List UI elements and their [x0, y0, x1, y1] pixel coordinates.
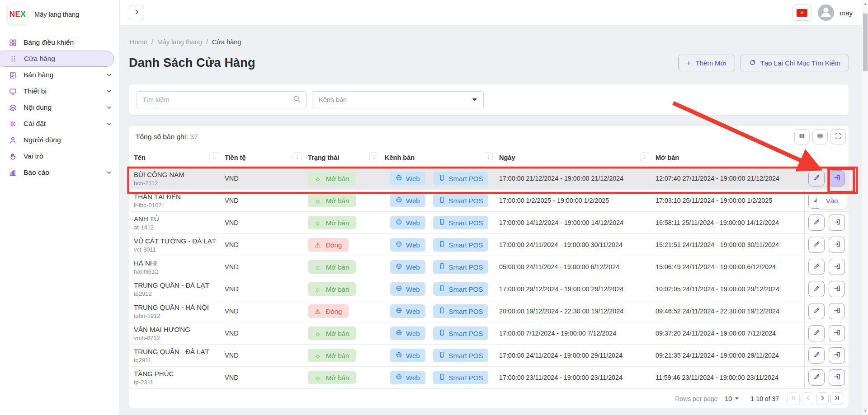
table-row[interactable]: ANH TÚ at-1412 VND ☼ Mở bán Web Smart PO…: [129, 212, 849, 234]
content: Home/Mây lang thang/Cửa hàng Danh Sách C…: [120, 26, 868, 415]
enter-store-button[interactable]: [829, 237, 845, 253]
edit-button[interactable]: [808, 347, 825, 364]
scroll-up-icon[interactable]: ▲: [862, 2, 868, 6]
status-badge: ⚠ Đóng: [308, 304, 349, 318]
pencil-icon: [813, 373, 821, 382]
previous-page-button[interactable]: [802, 392, 814, 405]
sidebar-item-content[interactable]: Nội dung: [0, 99, 119, 116]
table-row[interactable]: VŨ CÁT TƯỜNG - ĐÀ LẠT vct-3011 VND ⚠ Đón…: [129, 234, 849, 256]
channel-select[interactable]: Kênh bán: [312, 91, 484, 108]
add-new-button[interactable]: + Thêm Mới: [678, 55, 735, 71]
column-drag-handle-icon[interactable]: ⋮: [209, 152, 218, 163]
channel-badge-web: Web: [390, 371, 425, 384]
smartphone-icon: [439, 219, 445, 227]
rows-per-page-select[interactable]: 10: [725, 395, 739, 402]
last-page-button[interactable]: [830, 392, 843, 405]
store-date-range: 05:00:00 24/11/2024 - 19:00:00 6/12/2024: [499, 263, 656, 270]
enter-icon: [833, 284, 841, 294]
column-drag-handle-icon[interactable]: ⋮: [640, 152, 649, 163]
store-name: TĂNG PHÚC: [134, 370, 225, 378]
user-icon: [818, 5, 834, 21]
store-currency: VND: [225, 263, 308, 270]
chevron-down-icon: [106, 121, 112, 127]
list-view-button[interactable]: [812, 129, 828, 145]
enter-store-button[interactable]: [829, 281, 845, 297]
smartphone-icon: [439, 174, 445, 182]
enter-icon: [833, 307, 841, 316]
breadcrumb-brand[interactable]: Mây lang thang: [157, 38, 202, 46]
edit-button[interactable]: [808, 259, 825, 275]
edit-button[interactable]: [808, 281, 825, 297]
chevron-down-icon: [106, 104, 112, 111]
sidebar-item-users[interactable]: Người dùng: [0, 132, 119, 148]
enter-store-button[interactable]: [829, 170, 845, 187]
sidebar-item-dashboard[interactable]: Bảng điều khiển: [0, 34, 119, 51]
enter-icon: [833, 218, 841, 227]
sidebar-item-role[interactable]: Vai trò: [0, 148, 119, 164]
breadcrumb-home[interactable]: Home: [130, 38, 147, 46]
enter-store-button[interactable]: [829, 369, 845, 386]
edit-button[interactable]: [808, 170, 825, 187]
smartphone-icon: [439, 307, 445, 315]
status-badge: ☼ Mở bán: [308, 326, 356, 340]
sidebar-item-settings[interactable]: Cài đặt: [0, 116, 119, 132]
column-drag-handle-icon[interactable]: ⋮: [369, 152, 378, 163]
store-date-range: 20:00:00 19/12/2024 - 22:30:00 19/12/202…: [499, 308, 656, 315]
table-row[interactable]: VĂN MAI HƯƠNG vmh-0712 VND ☼ Mở bán Web …: [129, 322, 849, 345]
search-icon[interactable]: [293, 95, 301, 105]
enter-store-button[interactable]: [829, 259, 845, 275]
table-row[interactable]: TĂNG PHÚC tp-2311 VND ☼ Mở bán Web Smart…: [129, 367, 849, 389]
caret-down-icon: [735, 397, 739, 400]
column-drag-handle-icon[interactable]: ⋮: [484, 152, 493, 163]
username[interactable]: may: [840, 9, 853, 17]
sidebar-collapse-button[interactable]: [129, 5, 144, 20]
brand-logo[interactable]: NEX: [7, 4, 28, 25]
table-row[interactable]: BÙI CÔNG NAM bcn-2112 VND ☼ Mở bán Web S…: [129, 168, 849, 190]
column-drag-handle-icon[interactable]: ⋮: [292, 152, 302, 163]
table-row[interactable]: THẦN TÀI ĐẾN lt-lbh-0102 VND ☼ Mở bán We…: [129, 190, 849, 212]
edit-button[interactable]: [808, 369, 825, 386]
fullscreen-button[interactable]: [830, 129, 846, 145]
search-input[interactable]: [142, 96, 293, 103]
next-page-button[interactable]: [816, 392, 829, 405]
enter-icon: [833, 174, 841, 183]
enter-store-button[interactable]: [829, 303, 845, 319]
edit-button[interactable]: [808, 325, 825, 341]
language-flag-button[interactable]: ★: [793, 5, 812, 21]
globe-icon: [396, 196, 402, 205]
first-page-button[interactable]: [787, 392, 800, 405]
globe-icon: [396, 174, 402, 182]
vertical-scrollbar[interactable]: ▲ ▼: [862, 0, 868, 415]
table-row[interactable]: TRUNG QUÂN - HÀ NỘI tqhn-1912 VND ⚠ Đóng…: [129, 300, 849, 322]
chevron-down-icon: [106, 72, 112, 78]
rebuild-index-button[interactable]: Tạo Lại Chỉ Mục Tìm Kiếm: [741, 55, 849, 71]
status-badge: ☼ Mở bán: [308, 260, 356, 274]
globe-icon: [396, 241, 402, 249]
enter-store-button[interactable]: [829, 214, 845, 231]
avatar[interactable]: [818, 5, 834, 21]
main-area: ★ may Home/Mây lang thang/Cửa hàng Danh …: [120, 0, 868, 415]
scrollbar-thumb[interactable]: [863, 14, 868, 71]
edit-button[interactable]: [808, 237, 825, 253]
sidebar-item-sales[interactable]: Bán hàng: [0, 67, 119, 83]
sidebar-item-report[interactable]: Báo cáo: [0, 164, 119, 181]
table-row[interactable]: TRUNG QUÂN - ĐÀ LẠT tq2912 VND ☼ Mở bán …: [129, 278, 849, 300]
store-name: THẦN TÀI ĐẾN: [134, 193, 225, 201]
column-view-button[interactable]: [794, 129, 810, 145]
channel-badge-smartpos: Smart POS: [433, 172, 489, 185]
breadcrumb-current: Cửa hàng: [212, 38, 241, 46]
scroll-down-icon[interactable]: ▼: [862, 409, 868, 413]
table-row[interactable]: TRUNG QUÂN - ĐÀ LẠT tq2911 VND ☼ Mở bán …: [129, 345, 849, 367]
enter-tooltip: Vào: [817, 192, 847, 209]
brand: NEX Mây lang thang: [0, 0, 119, 29]
sidebar-item-device[interactable]: Thiết bị: [0, 83, 119, 99]
table-row[interactable]: HÀ NHI hanhi612 VND ☼ Mở bán Web Smart P…: [129, 256, 849, 278]
sidebar-item-store[interactable]: Cửa hàng: [0, 51, 114, 67]
store-open-range: 10:02:05 24/11/2024 - 19:00:00 29/12/202…: [656, 285, 804, 293]
edit-button[interactable]: [808, 303, 825, 319]
first-page-icon: [791, 395, 797, 402]
enter-store-button[interactable]: [829, 347, 845, 364]
enter-store-button[interactable]: [829, 325, 845, 341]
edit-button[interactable]: [808, 214, 825, 231]
refresh-icon: [749, 59, 756, 67]
